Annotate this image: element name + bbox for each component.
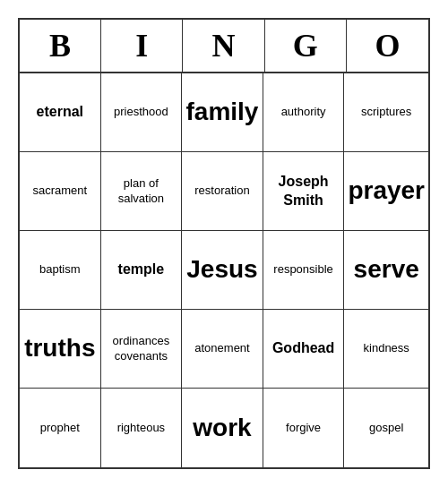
cell-text-6: plan of salvation <box>105 176 178 207</box>
bingo-cell-0: eternal <box>20 73 101 152</box>
cell-text-23: forgive <box>286 421 321 436</box>
bingo-header: BINGO <box>20 20 428 73</box>
cell-text-15: truths <box>24 332 95 364</box>
cell-text-4: scriptures <box>361 105 411 120</box>
cell-text-1: priesthood <box>114 105 168 120</box>
bingo-cell-12: Jesus <box>182 231 263 310</box>
bingo-cell-13: responsible <box>263 231 345 310</box>
bingo-cell-4: scriptures <box>344 73 428 152</box>
cell-text-9: prayer <box>348 175 425 207</box>
bingo-cell-16: ordinances covenants <box>101 310 183 389</box>
bingo-cell-10: baptism <box>20 231 101 310</box>
header-letter-o: O <box>347 20 428 72</box>
cell-text-19: kindness <box>364 341 409 356</box>
bingo-cell-15: truths <box>20 310 101 389</box>
bingo-cell-5: sacrament <box>20 152 101 231</box>
bingo-card: BINGO eternalpriesthoodfamilyauthoritysc… <box>18 18 430 469</box>
header-letter-b: B <box>20 20 101 72</box>
cell-text-17: atonement <box>194 341 249 356</box>
bingo-cell-17: atonement <box>182 310 263 389</box>
cell-text-10: baptism <box>39 262 81 278</box>
cell-text-20: prophet <box>40 421 80 436</box>
cell-text-3: authority <box>281 105 326 120</box>
cell-text-11: temple <box>118 261 165 279</box>
cell-text-22: work <box>193 412 251 444</box>
bingo-cell-2: family <box>182 73 263 152</box>
cell-text-13: responsible <box>273 262 333 278</box>
cell-text-18: Godhead <box>272 339 334 358</box>
cell-text-21: righteous <box>117 421 165 436</box>
bingo-cell-6: plan of salvation <box>101 152 183 231</box>
cell-text-0: eternal <box>37 103 83 122</box>
bingo-cell-11: temple <box>101 231 183 310</box>
cell-text-7: restoration <box>194 184 249 199</box>
bingo-cell-8: Joseph Smith <box>263 152 345 231</box>
bingo-cell-3: authority <box>263 73 345 152</box>
bingo-cell-24: gospel <box>344 389 428 467</box>
bingo-cell-22: work <box>182 389 263 467</box>
header-letter-i: I <box>101 20 183 72</box>
cell-text-16: ordinances covenants <box>105 334 178 364</box>
bingo-grid: eternalpriesthoodfamilyauthorityscriptur… <box>20 73 428 467</box>
cell-text-5: sacrament <box>32 184 87 199</box>
cell-text-14: serve <box>354 253 419 286</box>
bingo-cell-14: serve <box>344 231 428 310</box>
cell-text-8: Joseph Smith <box>267 173 340 210</box>
bingo-cell-19: kindness <box>344 310 428 389</box>
header-letter-g: G <box>265 20 347 72</box>
bingo-cell-1: priesthood <box>101 73 183 152</box>
cell-text-12: Jesus <box>186 253 257 286</box>
bingo-cell-23: forgive <box>263 389 345 467</box>
header-letter-n: N <box>183 20 264 72</box>
bingo-cell-9: prayer <box>344 152 428 231</box>
bingo-cell-21: righteous <box>101 389 183 467</box>
cell-text-24: gospel <box>369 421 403 436</box>
bingo-cell-20: prophet <box>20 389 101 467</box>
bingo-cell-7: restoration <box>182 152 263 231</box>
cell-text-2: family <box>186 96 259 128</box>
bingo-cell-18: Godhead <box>263 310 345 389</box>
